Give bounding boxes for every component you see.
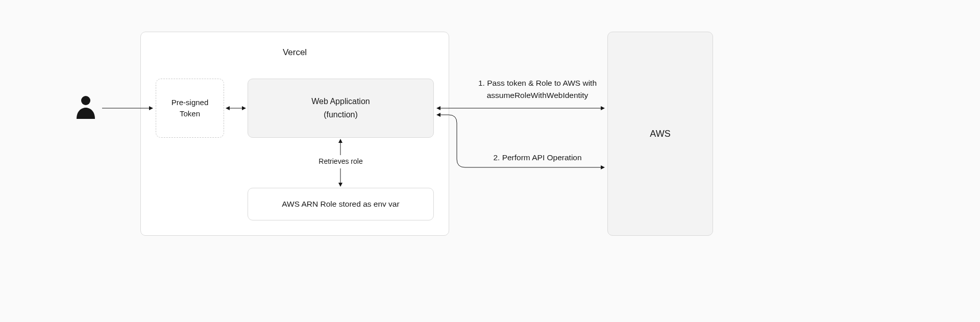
aws-container: AWS — [607, 32, 713, 236]
step1-line1: 1. Pass token & Role to AWS with — [478, 79, 597, 87]
arrow-token-webapp — [226, 105, 246, 112]
svg-marker-11 — [436, 106, 440, 110]
svg-marker-4 — [226, 106, 230, 110]
svg-marker-12 — [601, 106, 605, 110]
arrow-step1 — [436, 105, 605, 112]
arrow-webapp-arn-top — [336, 139, 345, 155]
step-1-label: 1. Pass token & Role to AWS with assumeR… — [475, 77, 600, 102]
token-line2: Token — [180, 109, 200, 118]
arrow-person-to-token — [102, 105, 156, 112]
retrieves-role-label: Retrieves role — [248, 157, 434, 165]
svg-point-0 — [81, 96, 90, 105]
arrow-step2 — [436, 111, 605, 172]
aws-arn-role-box: AWS ARN Role stored as env var — [248, 188, 434, 220]
arrow-webapp-arn-bottom — [336, 168, 345, 187]
webapp-line1: Web Application — [311, 97, 370, 106]
svg-marker-14 — [601, 165, 605, 169]
svg-marker-13 — [436, 113, 440, 117]
svg-marker-9 — [338, 183, 342, 187]
arn-label: AWS ARN Role stored as env var — [282, 200, 399, 209]
svg-marker-2 — [149, 106, 153, 110]
webapp-line2: (function) — [324, 110, 358, 119]
web-application-box: Web Application (function) — [248, 79, 434, 138]
svg-marker-5 — [242, 106, 246, 110]
presigned-token-box: Pre-signed Token — [156, 79, 224, 138]
aws-title: AWS — [650, 129, 670, 139]
vercel-title: Vercel — [141, 47, 449, 58]
step1-line2: assumeRoleWithWebIdentity — [487, 91, 589, 100]
diagram-canvas: Vercel Pre-signed Token Web Application … — [0, 0, 980, 322]
token-line1: Pre-signed — [172, 98, 209, 107]
person-icon — [76, 95, 96, 119]
svg-marker-7 — [338, 139, 342, 143]
